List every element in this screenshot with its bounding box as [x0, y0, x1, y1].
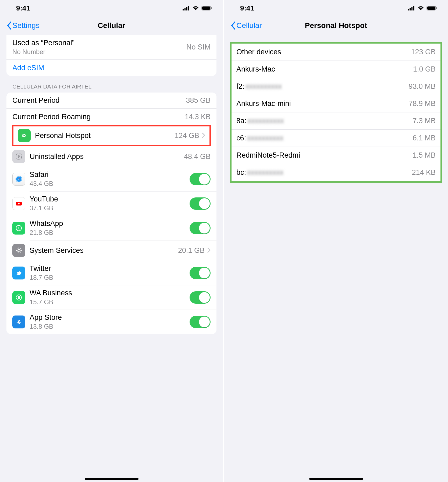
- current-period-roaming-label: Current Period Roaming: [12, 113, 180, 121]
- device-mac-redacted: xxxxxxxxxx: [248, 117, 284, 125]
- home-indicator[interactable]: [85, 478, 138, 480]
- phone-screen-hotspot: 9:41 Cellular Personal Hotspot Other dev…: [224, 0, 448, 482]
- sim-state: No SIM: [186, 43, 211, 51]
- app-row[interactable]: App Store13.8 GB: [6, 310, 216, 334]
- section-header-cellular-data: CELLULAR DATA FOR AIRTEL: [12, 83, 211, 90]
- app-toggle[interactable]: [190, 267, 211, 279]
- uninstalled-apps-row[interactable]: Uninstalled Apps 48.4 GB: [6, 146, 216, 167]
- svg-rect-7: [16, 154, 22, 159]
- add-esim-row[interactable]: Add eSIM: [6, 60, 216, 76]
- device-usage: 93.0 MB: [408, 82, 436, 91]
- app-row[interactable]: Twitter18.7 GB: [6, 261, 216, 285]
- svg-rect-0: [183, 9, 184, 10]
- app-name: App Store: [30, 313, 185, 322]
- svg-rect-23: [427, 6, 435, 10]
- device-mac-redacted: xxxxxxxxxx: [247, 168, 283, 177]
- current-period-roaming-value: 14.3 KB: [185, 113, 211, 121]
- twitter-icon: [12, 267, 25, 279]
- back-button[interactable]: Settings: [6, 21, 40, 30]
- back-label: Settings: [12, 21, 40, 30]
- content-area: Used as “Personal” No Number No SIM Add …: [0, 35, 223, 482]
- hotspot-label: Personal Hotspot: [35, 132, 170, 140]
- status-indicators: [408, 4, 437, 12]
- device-name: f2:xxxxxxxxxx: [236, 82, 404, 91]
- sim-label-sub: No Number: [12, 48, 182, 56]
- page-title: Personal Hotspot: [305, 21, 367, 30]
- cellular-data-section: Current Period 385 GB Current Period Roa…: [6, 93, 216, 334]
- app-name: Safari: [30, 171, 185, 179]
- device-row: Ankurs-Mac1.0 GB: [232, 61, 440, 78]
- chevron-right-icon: [207, 246, 211, 255]
- app-name: WhatsApp: [30, 219, 185, 228]
- device-row: 8a:xxxxxxxxxx7.3 MB: [232, 112, 440, 130]
- nav-header: Settings Cellular: [0, 16, 223, 35]
- svg-rect-2: [186, 7, 187, 10]
- wa-business-icon: [12, 291, 25, 304]
- hotspot-value: 124 GB: [175, 132, 199, 140]
- app-row[interactable]: Safari43.4 GB: [6, 167, 216, 191]
- svg-rect-18: [408, 9, 409, 10]
- app-row[interactable]: YouTube37.1 GB: [6, 191, 216, 216]
- add-esim-link: Add eSIM: [12, 64, 44, 72]
- device-row: c6:xxxxxxxxxx6.1 MB: [232, 130, 440, 147]
- uninstalled-label: Uninstalled Apps: [30, 153, 180, 161]
- uninstalled-icon: [12, 150, 25, 163]
- device-name: 8a:xxxxxxxxxx: [236, 117, 408, 125]
- app-usage: 13.8 GB: [30, 323, 185, 330]
- device-row: bc:xxxxxxxxxx214 KB: [232, 164, 440, 181]
- status-time: 9:41: [16, 4, 30, 12]
- device-mac-redacted: xxxxxxxxxx: [246, 82, 282, 91]
- sim-card-section: Used as “Personal” No Number No SIM Add …: [6, 35, 216, 76]
- system-services-row[interactable]: System Services20.1 GB: [6, 240, 216, 261]
- chevron-left-icon: [6, 21, 12, 30]
- status-indicators: [183, 4, 212, 12]
- personal-hotspot-row[interactable]: Personal Hotspot 124 GB: [13, 126, 209, 145]
- battery-icon: [426, 4, 437, 12]
- device-name: bc:xxxxxxxxxx: [236, 168, 407, 177]
- device-name: Ankurs-Mac: [236, 65, 409, 73]
- uninstalled-value: 48.4 GB: [184, 153, 211, 161]
- device-row: Ankurs-Mac-mini78.9 MB: [232, 95, 440, 112]
- signal-icon: [183, 4, 190, 12]
- app-usage: 15.7 GB: [30, 298, 185, 306]
- appstore-icon: [12, 316, 25, 328]
- device-name: RedmiNote5-Redmi: [236, 151, 408, 160]
- current-period-roaming-row: Current Period Roaming 14.3 KB: [6, 109, 216, 125]
- svg-rect-3: [188, 6, 189, 10]
- app-toggle[interactable]: [190, 197, 211, 210]
- app-toggle[interactable]: [190, 316, 211, 328]
- sim-label-title: Used as “Personal”: [12, 39, 182, 47]
- device-usage: 214 KB: [412, 168, 436, 177]
- device-mac-redacted: xxxxxxxxxx: [247, 134, 283, 142]
- device-name: Ankurs-Mac-mini: [236, 100, 404, 108]
- system-services-label: System Services: [30, 246, 174, 255]
- system-services-value: 20.1 GB: [178, 246, 205, 255]
- app-name: WA Business: [30, 289, 185, 297]
- back-button[interactable]: Cellular: [230, 21, 262, 30]
- youtube-icon: [12, 197, 25, 210]
- app-name: YouTube: [30, 195, 185, 203]
- chevron-left-icon: [230, 21, 236, 30]
- device-usage: 1.5 MB: [413, 151, 436, 160]
- phone-screen-cellular: 9:41 Settings Cellular Used: [0, 0, 224, 482]
- app-usage: 21.8 GB: [30, 229, 185, 236]
- app-toggle[interactable]: [190, 173, 211, 185]
- app-toggle[interactable]: [190, 222, 211, 234]
- sim-row[interactable]: Used as “Personal” No Number No SIM: [6, 35, 216, 60]
- device-name: c6:xxxxxxxxxx: [236, 134, 408, 142]
- home-indicator[interactable]: [309, 478, 363, 480]
- hotspot-icon: [18, 129, 31, 142]
- app-toggle[interactable]: [190, 291, 211, 304]
- device-row: Other devices123 GB: [232, 44, 440, 61]
- app-row[interactable]: WhatsApp21.8 GB: [6, 216, 216, 240]
- device-name: Other devices: [236, 48, 407, 56]
- whatsapp-icon: [12, 222, 25, 235]
- svg-rect-6: [211, 7, 212, 9]
- app-row[interactable]: WA Business15.7 GB: [6, 285, 216, 310]
- signal-icon: [408, 4, 415, 12]
- back-label: Cellular: [236, 21, 262, 30]
- svg-rect-5: [202, 6, 210, 10]
- current-period-row: Current Period 385 GB: [6, 93, 216, 109]
- app-usage: 37.1 GB: [30, 204, 185, 212]
- wifi-icon: [417, 4, 424, 12]
